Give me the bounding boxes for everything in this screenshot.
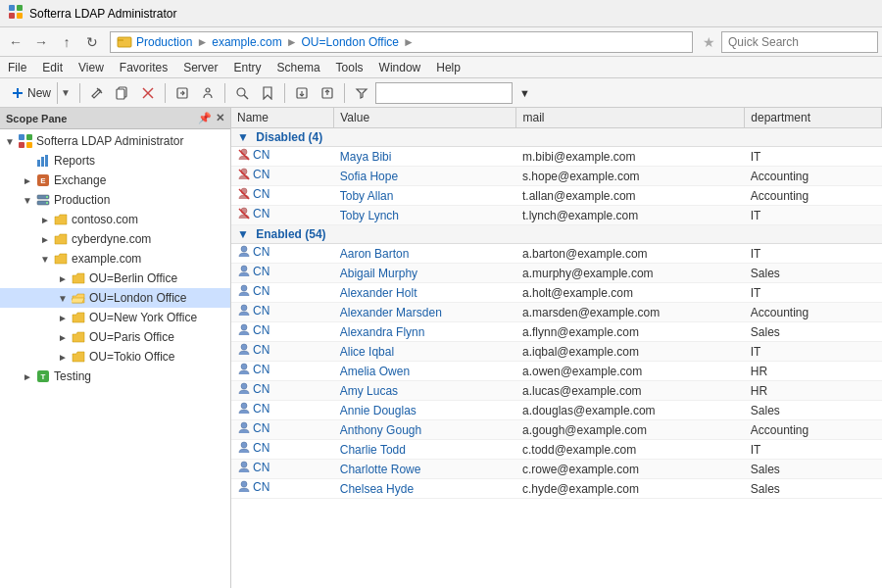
tree-item-london[interactable]: ▼ OU=London Office — [0, 288, 230, 308]
menu-window[interactable]: Window — [371, 57, 429, 77]
tree-item-exchange[interactable]: ► E Exchange — [0, 171, 230, 190]
menu-edit[interactable]: Edit — [34, 57, 71, 77]
table-row[interactable]: CN Chelsea Hyde c.hyde@example.com Sales — [231, 479, 882, 499]
refresh-button[interactable]: ↻ — [80, 30, 104, 54]
title-bar: Softerra LDAP Administrator — [0, 0, 882, 27]
favorite-star[interactable]: ★ — [703, 34, 715, 50]
table-row[interactable]: CN Anthony Gough a.gough@example.com Acc… — [231, 420, 882, 440]
delete-button[interactable] — [136, 81, 160, 105]
svg-rect-10 — [117, 89, 124, 99]
svg-rect-4 — [118, 37, 131, 47]
path-production[interactable]: Production — [136, 35, 192, 49]
scope-pin-icon[interactable]: 📌 — [198, 112, 212, 124]
search-button[interactable] — [230, 81, 254, 105]
cell-mail: c.rowe@example.com — [516, 460, 745, 479]
tree-item-contoso[interactable]: ► contoso.com — [0, 210, 230, 229]
menu-help[interactable]: Help — [428, 57, 468, 77]
cell-dept: Accounting — [745, 186, 882, 206]
table-row[interactable]: CN Sofia Hope s.hope@example.com Account… — [231, 167, 882, 186]
svg-rect-3 — [17, 13, 23, 19]
col-header-name[interactable]: Name — [231, 108, 334, 128]
table-row[interactable]: CN Annie Douglas a.douglas@example.com S… — [231, 401, 882, 420]
col-header-dept[interactable]: department — [745, 108, 882, 128]
toolbar-sep-2 — [165, 83, 166, 103]
cell-name: CN — [231, 186, 334, 206]
table-row[interactable]: CN Aaron Barton a.barton@example.com IT — [231, 244, 882, 264]
table-row[interactable]: CN Charlie Todd c.todd@example.com IT — [231, 440, 882, 460]
group-toggle[interactable]: ▼ — [237, 130, 249, 144]
tree-item-paris[interactable]: ► OU=Paris Office — [0, 327, 230, 347]
col-header-value[interactable]: Value — [334, 108, 516, 128]
tree-item-testing[interactable]: ► T Testing — [0, 367, 230, 386]
tree-item-production[interactable]: ▼ Production — [0, 190, 230, 210]
new-icon — [11, 86, 24, 100]
quick-search-input[interactable] — [721, 31, 878, 53]
new-button[interactable]: New ▼ — [4, 81, 74, 105]
bookmark-button[interactable] — [256, 81, 279, 105]
scope-tree: ▼ Softerra LDAP Administrator Re — [0, 129, 230, 588]
table-row[interactable]: CN Abigail Murphy a.murphy@example.com S… — [231, 264, 882, 283]
tree-item-berlin[interactable]: ► OU=Berlin Office — [0, 269, 230, 288]
group-row-1[interactable]: ▼ Enabled (54) — [231, 225, 882, 244]
cell-value: Maya Bibi — [334, 147, 516, 167]
table-scroll[interactable]: Name Value mail department ▼ Disabled (4… — [231, 108, 882, 588]
cell-mail: c.todd@example.com — [516, 440, 745, 460]
svg-text:T: T — [41, 372, 46, 381]
props-button[interactable] — [196, 81, 220, 105]
tree-item-newyork[interactable]: ► OU=New York Office — [0, 308, 230, 327]
svg-point-52 — [241, 383, 247, 389]
copy-dn-button[interactable] — [111, 81, 134, 105]
data-table: Name Value mail department ▼ Disabled (4… — [231, 108, 882, 499]
move-button[interactable] — [171, 81, 194, 105]
svg-rect-28 — [45, 155, 48, 167]
address-bar[interactable]: Production ► example.com ► OU=London Off… — [110, 31, 693, 53]
tree-item-reports[interactable]: Reports — [0, 151, 230, 171]
filter-button[interactable] — [350, 81, 373, 105]
svg-point-49 — [241, 324, 247, 330]
menu-view[interactable]: View — [71, 57, 112, 77]
export-button[interactable] — [290, 81, 314, 105]
table-row[interactable]: CN Charlotte Rowe c.rowe@example.com Sal… — [231, 460, 882, 479]
path-domain[interactable]: example.com — [212, 35, 281, 49]
table-row[interactable]: CN Toby Allan t.allan@example.com Accoun… — [231, 186, 882, 206]
svg-point-45 — [241, 246, 247, 252]
menu-schema[interactable]: Schema — [270, 57, 328, 77]
menu-favorites[interactable]: Favorites — [112, 57, 175, 77]
table-row[interactable]: CN Maya Bibi m.bibi@example.com IT — [231, 147, 882, 167]
cell-name: CN — [231, 303, 334, 322]
back-button[interactable]: ← — [4, 30, 27, 54]
scope-close-icon[interactable]: ✕ — [216, 112, 224, 124]
table-row[interactable]: CN Amelia Owen a.owen@example.com HR — [231, 362, 882, 381]
table-row[interactable]: CN Toby Lynch t.lynch@example.com IT — [231, 206, 882, 225]
tree-root[interactable]: ▼ Softerra LDAP Administrator — [0, 131, 230, 151]
tree-item-example[interactable]: ▼ example.com — [0, 249, 230, 269]
import-button[interactable] — [316, 81, 339, 105]
filter-dropdown[interactable]: ▼ — [514, 81, 535, 105]
new-dropdown-arrow[interactable]: ▼ — [57, 82, 74, 104]
tree-item-tokio[interactable]: ► OU=Tokio Office — [0, 347, 230, 367]
table-row[interactable]: CN Amy Lucas a.lucas@example.com HR — [231, 381, 882, 401]
menu-file[interactable]: File — [0, 57, 34, 77]
folder-open-icon-london — [71, 290, 86, 306]
menu-tools[interactable]: Tools — [328, 57, 371, 77]
path-ou[interactable]: OU=London Office — [302, 35, 400, 49]
cell-name: CN — [231, 283, 334, 303]
table-row[interactable]: CN Alexander Marsden a.marsden@example.c… — [231, 303, 882, 322]
table-row[interactable]: CN Alexandra Flynn a.flynn@example.com S… — [231, 322, 882, 342]
group-row-0[interactable]: ▼ Disabled (4) — [231, 128, 882, 147]
forward-button[interactable]: → — [29, 30, 53, 54]
table-row[interactable]: CN Alice Iqbal a.iqbal@example.com IT — [231, 342, 882, 362]
svg-line-17 — [244, 95, 248, 99]
svg-rect-24 — [19, 142, 24, 148]
menu-entry[interactable]: Entry — [226, 57, 270, 77]
filter-input[interactable]: (objectClass=*) — [375, 82, 513, 104]
group-toggle[interactable]: ▼ — [237, 227, 249, 241]
svg-point-54 — [241, 422, 247, 428]
edit-button[interactable] — [85, 81, 109, 105]
cell-dept: Accounting — [745, 167, 882, 186]
table-row[interactable]: CN Alexander Holt a.holt@example.com IT — [231, 283, 882, 303]
tree-item-cyberdyne[interactable]: ► cyberdyne.com — [0, 229, 230, 249]
col-header-mail[interactable]: mail — [516, 108, 745, 128]
up-button[interactable]: ↑ — [55, 30, 78, 54]
menu-server[interactable]: Server — [175, 57, 225, 77]
